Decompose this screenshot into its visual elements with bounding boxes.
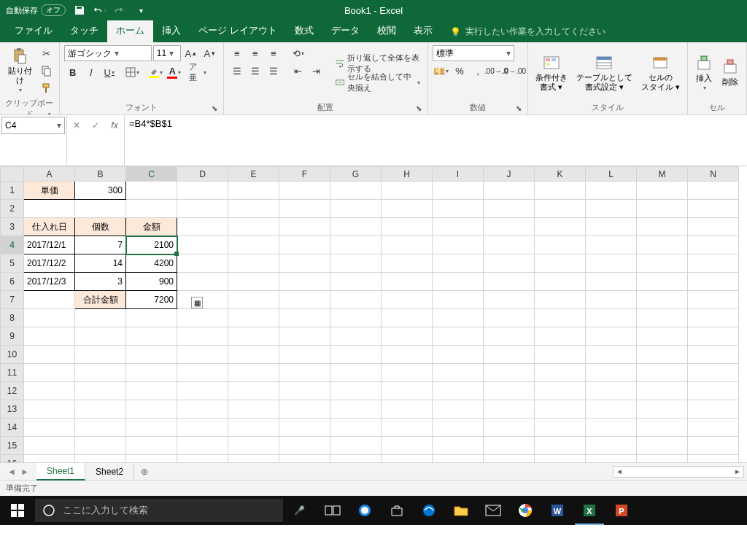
cell-N4[interactable] bbox=[688, 236, 739, 254]
horizontal-scrollbar[interactable]: ◄ ► bbox=[613, 466, 744, 478]
cell-A3[interactable]: 仕入れ日 bbox=[24, 218, 75, 236]
tell-me-search[interactable]: 💡 実行したい作業を入力してください bbox=[450, 26, 605, 42]
cell-A1[interactable]: 単価 bbox=[24, 182, 75, 200]
cell-K12[interactable] bbox=[535, 382, 586, 400]
cell-I13[interactable] bbox=[433, 400, 484, 419]
cell-K8[interactable] bbox=[535, 309, 586, 327]
cell-F9[interactable] bbox=[279, 327, 330, 346]
column-header-E[interactable]: E bbox=[228, 167, 279, 182]
cell-K2[interactable] bbox=[535, 200, 586, 218]
cell-L6[interactable] bbox=[586, 273, 637, 291]
cell-H3[interactable] bbox=[382, 218, 433, 236]
cell-B6[interactable]: 3 bbox=[75, 273, 126, 291]
tab-touch[interactable]: タッチ bbox=[61, 19, 107, 42]
cell-J11[interactable] bbox=[484, 364, 535, 382]
cell-C9[interactable] bbox=[126, 327, 177, 346]
cell-B16[interactable] bbox=[75, 455, 126, 463]
cell-L2[interactable] bbox=[586, 200, 637, 218]
cell-D3[interactable] bbox=[177, 218, 228, 236]
dialog-launcher-icon[interactable]: ⬊ bbox=[210, 104, 219, 113]
column-header-C[interactable]: C bbox=[126, 167, 177, 182]
row-header-12[interactable]: 12 bbox=[1, 382, 24, 400]
cell-G7[interactable] bbox=[330, 291, 382, 309]
cell-K5[interactable] bbox=[535, 254, 586, 273]
cell-H15[interactable] bbox=[382, 437, 433, 455]
cell-M16[interactable] bbox=[637, 455, 688, 463]
new-sheet-button[interactable]: ⊕ bbox=[134, 467, 155, 477]
cell-H7[interactable] bbox=[382, 291, 433, 309]
cell-styles-button[interactable]: セルの スタイル ▾ bbox=[638, 45, 683, 101]
cell-D5[interactable] bbox=[177, 254, 228, 273]
cell-B15[interactable] bbox=[75, 437, 126, 455]
cell-M10[interactable] bbox=[637, 346, 688, 364]
cell-N1[interactable] bbox=[688, 182, 739, 200]
copy-button[interactable] bbox=[39, 63, 55, 79]
paste-button[interactable]: 貼り付け ▾ bbox=[4, 45, 36, 96]
cell-I10[interactable] bbox=[433, 346, 484, 364]
column-header-D[interactable]: D bbox=[177, 167, 228, 182]
cell-K13[interactable] bbox=[535, 400, 586, 419]
cell-N13[interactable] bbox=[688, 400, 739, 419]
accept-formula-button[interactable]: ✓ bbox=[86, 118, 105, 133]
tab-formulas[interactable]: 数式 bbox=[286, 19, 322, 42]
cut-button[interactable]: ✂ bbox=[39, 45, 55, 61]
cell-J14[interactable] bbox=[484, 419, 535, 437]
cell-B10[interactable] bbox=[75, 346, 126, 364]
phonetic-button[interactable]: ア亜▾ bbox=[189, 64, 206, 80]
align-center-button[interactable]: ☰ bbox=[247, 63, 264, 79]
cell-I11[interactable] bbox=[433, 364, 484, 382]
fill-color-button[interactable]: ▾ bbox=[147, 64, 165, 80]
cell-D15[interactable] bbox=[177, 437, 228, 455]
cell-M9[interactable] bbox=[637, 327, 688, 346]
cell-C8[interactable] bbox=[126, 309, 177, 327]
cell-M12[interactable] bbox=[637, 382, 688, 400]
cell-K14[interactable] bbox=[535, 419, 586, 437]
cell-N6[interactable] bbox=[688, 273, 739, 291]
cell-E4[interactable] bbox=[228, 236, 279, 254]
cell-L1[interactable] bbox=[586, 182, 637, 200]
cell-H1[interactable] bbox=[382, 182, 433, 200]
cell-D2[interactable] bbox=[177, 200, 228, 218]
cell-E7[interactable] bbox=[228, 291, 279, 309]
cell-F15[interactable] bbox=[279, 437, 330, 455]
cell-D16[interactable] bbox=[177, 455, 228, 463]
cell-C3[interactable]: 金額 bbox=[126, 218, 177, 236]
cell-E8[interactable] bbox=[228, 309, 279, 327]
cell-K7[interactable] bbox=[535, 291, 586, 309]
sheet-nav-next-icon[interactable]: ► bbox=[19, 466, 31, 478]
column-header-M[interactable]: M bbox=[637, 167, 688, 182]
cell-A12[interactable] bbox=[24, 382, 75, 400]
cell-J10[interactable] bbox=[484, 346, 535, 364]
cell-G4[interactable] bbox=[330, 236, 382, 254]
cell-D12[interactable] bbox=[177, 382, 228, 400]
cell-A11[interactable] bbox=[24, 364, 75, 382]
cell-L5[interactable] bbox=[586, 254, 637, 273]
cell-D9[interactable] bbox=[177, 327, 228, 346]
cell-H9[interactable] bbox=[382, 327, 433, 346]
cell-G3[interactable] bbox=[330, 218, 382, 236]
cell-M13[interactable] bbox=[637, 400, 688, 419]
cell-C11[interactable] bbox=[126, 364, 177, 382]
column-header-J[interactable]: J bbox=[484, 167, 535, 182]
autosave-indicator[interactable]: 自動保存 オフ bbox=[6, 4, 66, 16]
cell-J4[interactable] bbox=[484, 236, 535, 254]
start-button[interactable] bbox=[0, 496, 35, 525]
cell-M14[interactable] bbox=[637, 419, 688, 437]
cell-K4[interactable] bbox=[535, 236, 586, 254]
cell-L9[interactable] bbox=[586, 327, 637, 346]
delete-cells-button[interactable]: 削除 bbox=[719, 45, 742, 101]
cell-H14[interactable] bbox=[382, 419, 433, 437]
sheet-nav-prev-icon[interactable]: ◄ bbox=[6, 466, 18, 478]
tab-view[interactable]: 表示 bbox=[405, 19, 441, 42]
cell-F16[interactable] bbox=[279, 455, 330, 463]
cell-M11[interactable] bbox=[637, 364, 688, 382]
column-header-I[interactable]: I bbox=[433, 167, 484, 182]
cell-I6[interactable] bbox=[433, 273, 484, 291]
cell-E15[interactable] bbox=[228, 437, 279, 455]
cell-I14[interactable] bbox=[433, 419, 484, 437]
explorer-icon[interactable] bbox=[445, 496, 477, 525]
cell-G2[interactable] bbox=[330, 200, 382, 218]
cell-M2[interactable] bbox=[637, 200, 688, 218]
cell-F3[interactable] bbox=[279, 218, 330, 236]
cell-G12[interactable] bbox=[330, 382, 382, 400]
